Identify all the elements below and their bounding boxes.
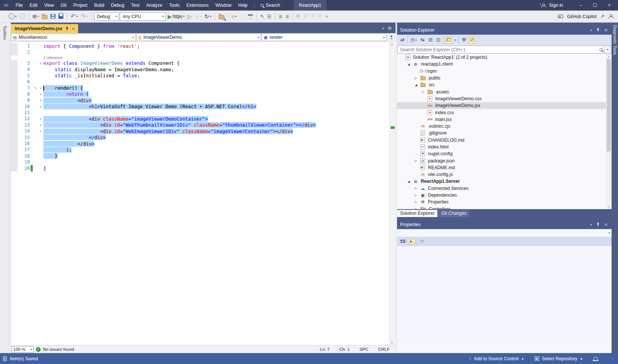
- collapse-arrow-icon[interactable]: ◢: [406, 180, 411, 183]
- notifications-bell-icon[interactable]: [593, 357, 598, 361]
- scroll-down-icon[interactable]: ▼: [607, 205, 610, 208]
- code-line-10[interactable]: 10∨ <h1>VintaSoft Image Viewer Demo (Rea…: [11, 104, 396, 110]
- property-pages-button[interactable]: ⚒: [419, 239, 425, 245]
- save-all-button[interactable]: [57, 13, 64, 20]
- expand-arrow-icon[interactable]: ▷: [414, 207, 418, 209]
- code-editor[interactable]: 1import { Component } from 'react';21 re…: [11, 42, 396, 345]
- toolbox-tab[interactable]: Toolbox: [0, 23, 10, 43]
- properties-object-dropdown[interactable]: ▾: [397, 229, 612, 237]
- menu-help[interactable]: Help: [235, 0, 251, 11]
- view-as-folder-toggle[interactable]: ⧠: [445, 36, 452, 44]
- code-line-8[interactable]: 8∨ return (: [11, 91, 396, 97]
- document-list-dropdown-icon[interactable]: ▾: [382, 27, 384, 30]
- tree-item-imageviewerdemo.jsx[interactable]: JSXImageViewerDemo.jsx: [397, 102, 606, 109]
- window-position-icon[interactable]: ▾: [590, 29, 592, 32]
- next-bookmark-button[interactable]: ⚐: [310, 13, 317, 20]
- pin-tab-icon[interactable]: ⊼: [66, 27, 69, 31]
- scroll-up-icon[interactable]: ▲: [607, 55, 610, 58]
- toolbar-drag-grip[interactable]: ⋮: [3, 14, 6, 18]
- tree-item-.eslintrc.cjs[interactable]: JS.eslintrc.cjs: [397, 123, 606, 130]
- bookmarks-overflow[interactable]: ▾: [325, 14, 328, 19]
- categorized-button[interactable]: [399, 239, 406, 244]
- solution-explorer-title-bar[interactable]: Solution Explorer ▾ ✕: [397, 26, 612, 35]
- code-line-5[interactable]: 5 static _isInitialized = false;: [11, 73, 396, 79]
- tree-item-assets[interactable]: ▷assets: [397, 88, 606, 95]
- code-line-16[interactable]: 16 </div>: [11, 141, 396, 147]
- sign-in-button[interactable]: Sign in: [549, 3, 563, 8]
- editor-vertical-scrollbar[interactable]: ▲ ▼: [389, 42, 396, 345]
- redo-button[interactable]: ↷▾: [80, 13, 89, 20]
- code-line-13[interactable]: 13∨ <div id="WebThumbnailViewer1Div" cla…: [11, 122, 396, 128]
- scroll-up-icon[interactable]: ▲: [391, 43, 393, 46]
- tree-item-public[interactable]: ▷public: [397, 75, 606, 81]
- expand-arrow-icon[interactable]: ▷: [414, 194, 418, 197]
- menu-edit[interactable]: Edit: [26, 0, 41, 11]
- codelens-references[interactable]: 1 reference: [43, 56, 63, 60]
- github-copilot-button[interactable]: GitHub Copilot: [567, 14, 597, 19]
- scroll-right-icon[interactable]: ›: [316, 347, 318, 352]
- outlining-collapse-icon[interactable]: ∨: [38, 92, 43, 96]
- sync-with-active-document-button[interactable]: ⇆: [419, 37, 426, 43]
- code-line-14[interactable]: 14∨ <div id="WebImageViewer1Div" classNa…: [11, 128, 396, 134]
- code-line-1[interactable]: 1import { Component } from 'react';: [11, 43, 396, 49]
- tree-item-index.html[interactable]: <>index.html: [397, 144, 606, 150]
- properties-title-bar[interactable]: Properties ▾ ✕: [397, 220, 612, 229]
- start-debugging-button[interactable]: ▶https▾: [167, 13, 186, 20]
- window-title-project[interactable]: ReactApp1: [294, 0, 327, 11]
- close-button[interactable]: ×: [603, 0, 616, 11]
- tab-git-changes[interactable]: Git Changes: [438, 210, 469, 217]
- resize-grip[interactable]: ⋰: [611, 356, 615, 361]
- code-line-18[interactable]: 18 }: [11, 153, 396, 159]
- tree-item-imageviewerdemo.css[interactable]: AImageViewerDemo.css: [397, 95, 606, 102]
- tree-item-reactapp1.server[interactable]: ◢⊕ReactApp1.Server: [397, 178, 606, 185]
- code-line-15[interactable]: 15 </div>: [11, 134, 396, 140]
- minimize-button[interactable]: –: [574, 0, 587, 11]
- diagnostic-tools-tab[interactable]: Diagnostic Tools: [612, 23, 618, 57]
- menu-debug[interactable]: Debug: [107, 0, 127, 11]
- pin-icon[interactable]: [597, 28, 600, 32]
- select-pointer-button[interactable]: ↖: [259, 13, 265, 20]
- solution-search-box[interactable]: [397, 46, 604, 54]
- tree-item-dependencies[interactable]: ▷▣Dependencies: [397, 192, 606, 199]
- close-panel-icon[interactable]: ✕: [604, 28, 608, 33]
- outlining-collapse-icon[interactable]: ∨: [38, 98, 43, 102]
- pending-changes-filter-button[interactable]: ◷▾: [409, 37, 418, 43]
- collapse-all-button[interactable]: ⊟: [427, 37, 434, 43]
- tree-item-controllers[interactable]: ▷Controllers: [397, 206, 606, 209]
- menu-file[interactable]: File: [12, 0, 26, 11]
- menu-view[interactable]: View: [41, 0, 57, 11]
- outlining-collapse-icon[interactable]: ∨: [38, 86, 43, 90]
- close-tab-icon[interactable]: ✕: [72, 27, 75, 31]
- code-line-20[interactable]: 20}: [11, 165, 396, 171]
- start-without-debugging-button[interactable]: ▷: [187, 13, 193, 20]
- outlining-collapse-icon[interactable]: ∨: [38, 129, 43, 133]
- search-button[interactable]: Search ▾: [258, 0, 287, 11]
- navigate-back-button[interactable]: ←▾: [8, 13, 18, 20]
- code-line-12[interactable]: 12∨ <div className="imageViewerDemoConta…: [11, 116, 396, 122]
- zoom-dropdown[interactable]: 100 %▾: [12, 346, 34, 353]
- code-line-2[interactable]: 2: [11, 49, 396, 55]
- menu-window[interactable]: Window: [212, 0, 235, 11]
- open-file-button[interactable]: [41, 13, 49, 20]
- close-panel-icon[interactable]: ✕: [604, 222, 608, 227]
- increase-indent-button[interactable]: ≣: [278, 13, 284, 20]
- tree-item-nuget.config[interactable]: ⚒nuget.config: [397, 150, 606, 157]
- project-scope-dropdown[interactable]: ▤ Miscellaneous▾: [11, 34, 136, 41]
- outlining-collapse-icon[interactable]: ∨: [38, 105, 43, 109]
- tree-item-readme.md[interactable]: M↓README.md: [397, 164, 606, 171]
- split-window-button[interactable]: ▴÷: [387, 34, 396, 41]
- indent-mode[interactable]: SPC: [359, 347, 368, 352]
- add-to-source-control-button[interactable]: ↑ Add to Source Control ▲: [469, 356, 524, 361]
- find-in-files-button[interactable]: [218, 13, 225, 20]
- menu-git[interactable]: Git: [57, 0, 70, 11]
- expand-arrow-icon[interactable]: ▷: [421, 90, 425, 93]
- alphabetical-button[interactable]: A↓: [408, 239, 415, 244]
- scroll-down-icon[interactable]: ▼: [391, 341, 393, 344]
- save-button[interactable]: [49, 13, 57, 20]
- document-health[interactable]: No issues found: [43, 347, 74, 352]
- new-project-button[interactable]: ⊞▾: [31, 13, 40, 20]
- outlining-collapse-icon[interactable]: ∨: [38, 123, 43, 127]
- outlining-collapse-icon[interactable]: ∨: [38, 61, 43, 65]
- select-repository-button[interactable]: Select Repository ▲: [535, 356, 583, 361]
- code-line-17[interactable]: 17 );: [11, 147, 396, 153]
